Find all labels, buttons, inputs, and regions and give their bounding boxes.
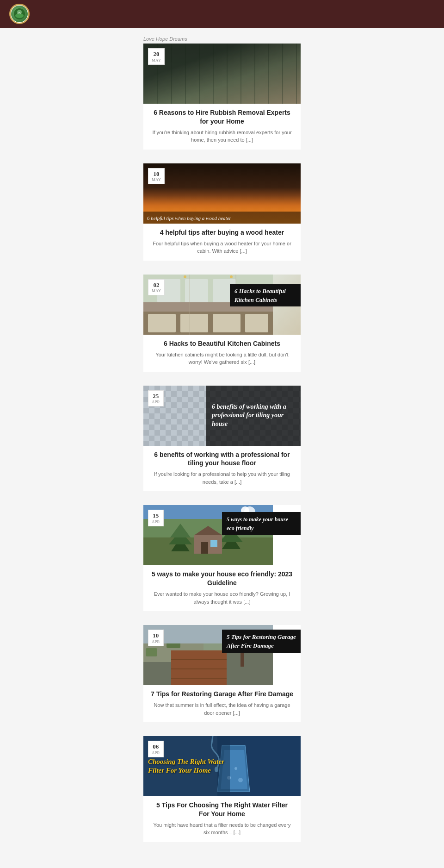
- post-card[interactable]: 06 Apr Choosing The Right Water Filter F…: [143, 736, 301, 842]
- post-body: 6 benefits of working with a professiona…: [143, 446, 301, 492]
- image-overlay: [143, 44, 301, 104]
- date-badge: 10 Apr: [148, 630, 164, 646]
- overlay-label: 5 ways to make your house eco friendly: [227, 516, 288, 531]
- logo-image: [11, 6, 28, 22]
- post-title[interactable]: 7 Tips for Restoring Garage After Fire D…: [150, 690, 294, 699]
- post-excerpt: If you're thinking about hiring rubbish …: [150, 129, 294, 144]
- svg-rect-39: [171, 650, 227, 685]
- post-image-wrap: 25 Apr 6 benefits of working with a prof…: [143, 386, 301, 446]
- post-title[interactable]: 6 benefits of working with a professiona…: [150, 450, 294, 468]
- date-month: May: [152, 288, 161, 293]
- post-body: 6 Reasons to Hire Rubbish Removal Expert…: [143, 104, 301, 150]
- post-excerpt: Ever wanted to make your house eco frien…: [150, 590, 294, 606]
- post-body: 7 Tips for Restoring Garage After Fire D…: [143, 685, 301, 722]
- post-card[interactable]: 10 Apr 5 Tips for Restoring Garage After…: [143, 625, 301, 722]
- image-overlay-text: 5 Tips for Restoring Garage After Fire D…: [222, 630, 301, 653]
- date-badge: 02 May: [148, 279, 165, 296]
- site-title: Love Hope Dreams: [143, 32, 301, 44]
- post-card[interactable]: 20 May 6 Reasons to Hire Rubbish Removal…: [143, 44, 301, 150]
- svg-point-15: [184, 275, 186, 278]
- main-content: Love Hope Dreams 20 May 6 Reasons to Hir…: [143, 28, 301, 868]
- post-image-rubbish: [143, 44, 301, 104]
- image-overlay-text: 6 benefits of working with a professiona…: [206, 386, 301, 446]
- date-month: Apr: [152, 400, 160, 404]
- svg-rect-38: [146, 648, 157, 656]
- svg-rect-8: [245, 314, 268, 332]
- post-excerpt: Four helpful tips when buying a wood hea…: [150, 240, 294, 255]
- date-month: May: [152, 58, 161, 62]
- post-excerpt: Now that summer is in full effect, the i…: [150, 701, 294, 717]
- date-day: 10: [152, 632, 160, 639]
- site-header: [0, 0, 444, 28]
- date-month: Apr: [152, 639, 160, 644]
- post-body: 5 Tips For Choosing The Right Water Filt…: [143, 796, 301, 842]
- overlay-label: 6 benefits of working with a professiona…: [212, 403, 295, 428]
- image-overlay-text: 6 Hacks to Beautiful Kitchen Cabinets: [230, 284, 301, 307]
- svg-point-52: [238, 778, 243, 782]
- svg-rect-27: [201, 542, 208, 554]
- svg-rect-5: [148, 314, 176, 332]
- date-day: 15: [152, 512, 160, 519]
- post-title[interactable]: 6 Hacks to Beautiful Kitchen Cabinets: [150, 339, 294, 348]
- svg-point-51: [234, 767, 237, 770]
- post-excerpt: Your kitchen cabinets might be looking a…: [150, 351, 294, 366]
- date-day: 06: [152, 743, 160, 750]
- date-badge: 20 May: [148, 48, 165, 65]
- post-body: 6 Hacks to Beautiful Kitchen Cabinets Yo…: [143, 335, 301, 372]
- date-day: 20: [152, 50, 161, 58]
- image-caption: 6 helpful tips when buying a wood heater: [143, 212, 301, 224]
- svg-rect-7: [213, 314, 240, 332]
- post-title[interactable]: 6 Reasons to Hire Rubbish Removal Expert…: [150, 108, 294, 126]
- post-excerpt: You might have heard that a filter needs…: [150, 821, 294, 837]
- post-card[interactable]: 10 May 6 helpful tips when buying a wood…: [143, 163, 301, 261]
- overlay-label: 5 Tips for Restoring Garage After Fire D…: [227, 633, 296, 649]
- date-day: 10: [152, 170, 161, 178]
- post-image-wrap: 06 Apr Choosing The Right Water Filter F…: [143, 736, 301, 796]
- svg-rect-28: [210, 540, 217, 547]
- date-badge: 06 Apr: [148, 741, 164, 757]
- post-image-wrap: 15 Apr 5 ways to make your house eco fri…: [143, 505, 301, 565]
- post-title[interactable]: 4 helpful tips after buying a wood heate…: [150, 228, 294, 237]
- date-day: 25: [152, 393, 160, 400]
- overlay-label: 6 Hacks to Beautiful Kitchen Cabinets: [234, 287, 286, 303]
- date-month: Apr: [152, 519, 160, 524]
- post-image-wrap: 02 May 6 Hacks to Beautiful Kitchen Cabi…: [143, 275, 301, 335]
- post-title[interactable]: 5 Tips For Choosing The Right Water Filt…: [150, 801, 294, 818]
- date-badge: 25 Apr: [148, 390, 164, 407]
- caption-text: 6 helpful tips when buying a wood heater: [147, 215, 231, 221]
- post-card[interactable]: 15 Apr 5 ways to make your house eco fri…: [143, 505, 301, 611]
- date-month: May: [152, 177, 161, 182]
- date-badge: 10 May: [148, 168, 165, 185]
- post-body: 5 ways to make your house eco friendly: …: [143, 565, 301, 611]
- site-logo[interactable]: [9, 4, 30, 24]
- date-month: Apr: [152, 750, 160, 755]
- svg-rect-11: [185, 279, 208, 302]
- svg-point-16: [230, 275, 233, 278]
- post-card[interactable]: 02 May 6 Hacks to Beautiful Kitchen Cabi…: [143, 275, 301, 372]
- post-title[interactable]: 5 ways to make your house eco friendly: …: [150, 570, 294, 587]
- post-body: 4 helpful tips after buying a wood heate…: [143, 224, 301, 261]
- overlay-label: Choosing The Right Water Filter For Your…: [148, 757, 225, 775]
- post-image-wrap: 20 May: [143, 44, 301, 104]
- image-overlay-text: 5 ways to make your house eco friendly: [222, 512, 301, 535]
- post-image-wrap: 10 Apr 5 Tips for Restoring Garage After…: [143, 625, 301, 685]
- svg-rect-6: [180, 314, 208, 332]
- post-image-wrap: 10 May 6 helpful tips when buying a wood…: [143, 163, 301, 224]
- post-excerpt: If you're looking for a professional to …: [150, 470, 294, 486]
- date-day: 02: [152, 281, 161, 289]
- date-badge: 15 Apr: [148, 510, 164, 526]
- post-card[interactable]: 25 Apr 6 benefits of working with a prof…: [143, 386, 301, 492]
